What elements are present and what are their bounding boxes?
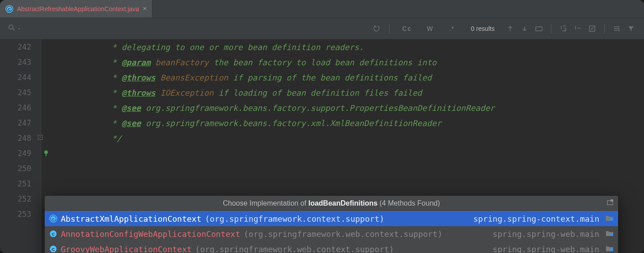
- prev-match-icon[interactable]: [506, 25, 514, 33]
- svg-rect-14: [610, 218, 613, 221]
- remove-selection-icon[interactable]: [574, 25, 582, 33]
- tab-bar: C AbstractRefreshableApplicationContext.…: [0, 0, 644, 18]
- code-line[interactable]: 247 * @see org.springframework.beans.fac…: [0, 115, 644, 131]
- search-history-dropdown-icon[interactable]: ▾: [18, 26, 20, 31]
- line-content: * @throws IOException if loading of bean…: [41, 88, 422, 97]
- search-input-box[interactable]: ▾: [4, 21, 366, 36]
- source-root-folder-icon: [606, 229, 614, 239]
- code-line[interactable]: 245 * @throws IOException if loading of …: [0, 85, 644, 100]
- find-options-group: Cc W .*: [369, 24, 464, 34]
- code-line[interactable]: 251: [0, 176, 644, 191]
- divider: [604, 24, 605, 34]
- popup-title-prefix: Choose Implementation of: [223, 199, 308, 207]
- implementation-class-name: AnnotationConfigWebApplicationContext: [61, 229, 240, 239]
- popup-title: Choose Implementation of loadBeanDefinit…: [45, 196, 618, 211]
- popup-title-count: (4 Methods Found): [377, 199, 440, 207]
- implementation-class-name: GroovyWebApplicationContext: [61, 245, 192, 253]
- source-root-folder-icon: [606, 245, 614, 253]
- line-number: 251: [0, 179, 41, 188]
- implementation-module: spring.spring-context.main: [473, 214, 599, 223]
- line-number: 250: [0, 164, 41, 173]
- select-all-icon[interactable]: [535, 25, 543, 33]
- implementation-chooser-popup: Choose Implementation of loadBeanDefinit…: [45, 196, 618, 253]
- line-content: * delegating to one or more bean definit…: [41, 42, 364, 52]
- svg-rect-20: [610, 249, 613, 251]
- svg-rect-7: [38, 135, 42, 140]
- next-match-icon[interactable]: [521, 25, 529, 33]
- regex-toggle[interactable]: .*: [445, 25, 459, 32]
- results-count: 0 results: [466, 25, 499, 32]
- line-content: * @throws BeansException if parsing of t…: [41, 73, 432, 82]
- source-root-folder-icon: [606, 214, 614, 223]
- line-content: * @see org.springframework.beans.factory…: [41, 118, 441, 128]
- code-line[interactable]: 243 * @param beanFactory the bean factor…: [0, 55, 644, 70]
- svg-point-3: [9, 25, 13, 29]
- implementation-option[interactable]: CGroovyWebApplicationContext (org.spring…: [45, 241, 618, 253]
- code-line[interactable]: 244 * @throws BeansException if parsing …: [0, 70, 644, 85]
- fold-up-icon[interactable]: [38, 135, 43, 142]
- code-line[interactable]: 249: [0, 146, 644, 161]
- svg-rect-5: [536, 27, 542, 31]
- close-tab-icon[interactable]: ✕: [143, 6, 147, 12]
- line-number: 242: [0, 42, 41, 51]
- implementation-class-name: AbstractXmlApplicationContext: [61, 214, 201, 223]
- implemented-method-gutter-icon[interactable]: [43, 149, 49, 158]
- prev-search-icon[interactable]: [373, 25, 381, 33]
- svg-text:C: C: [52, 247, 55, 252]
- code-line[interactable]: 246 * @see org.springframework.beans.fac…: [0, 100, 644, 115]
- line-number: 245: [0, 88, 41, 97]
- line-content: * @see org.springframework.beans.factory…: [41, 103, 495, 113]
- implementation-option[interactable]: CAbstractXmlApplicationContext (org.spri…: [45, 211, 618, 226]
- code-editor[interactable]: 242 * delegating to one or more bean def…: [0, 39, 644, 253]
- svg-rect-10: [610, 199, 613, 202]
- match-case-toggle[interactable]: Cc: [398, 25, 416, 32]
- search-icon: [8, 24, 15, 33]
- svg-text:C: C: [52, 232, 55, 236]
- implementation-option[interactable]: CAnnotationConfigWebApplicationContext (…: [45, 226, 618, 241]
- line-content: */: [41, 134, 122, 143]
- code-line[interactable]: 248 */: [0, 131, 644, 146]
- popup-title-method: loadBeanDefinitions: [308, 199, 377, 207]
- line-number: 249: [0, 149, 41, 158]
- pin-popup-icon[interactable]: [606, 199, 614, 208]
- implementation-package: (org.springframework.web.context.support…: [244, 229, 442, 239]
- find-toolbar: ▾ Cc W .* 0 results: [0, 18, 644, 39]
- implementation-package: (org.springframework.web.context.support…: [195, 245, 394, 253]
- settings-icon[interactable]: [613, 25, 621, 33]
- editor-tab[interactable]: C AbstractRefreshableApplicationContext.…: [0, 0, 153, 17]
- svg-text:C: C: [8, 7, 11, 11]
- line-number: 253: [0, 210, 41, 219]
- implementation-package: (org.springframework.context.support): [205, 214, 384, 223]
- line-number: 247: [0, 118, 41, 127]
- line-number: 243: [0, 58, 41, 67]
- implementation-module: spring.spring-web.main: [493, 229, 599, 239]
- line-number: 248: [0, 134, 41, 143]
- code-line[interactable]: 242 * delegating to one or more bean def…: [0, 39, 644, 55]
- class-icon: C: [49, 230, 57, 238]
- class-icon: C: [49, 245, 57, 253]
- class-target-icon: C: [49, 215, 57, 223]
- svg-rect-17: [610, 233, 613, 236]
- words-toggle[interactable]: W: [423, 25, 438, 32]
- divider: [389, 24, 390, 34]
- divider: [551, 24, 551, 34]
- line-number: 244: [0, 73, 41, 82]
- line-content: * @param beanFactory the bean factory to…: [41, 58, 436, 67]
- filter-icon[interactable]: [627, 25, 635, 33]
- implementation-module: spring.spring-web.main: [493, 245, 599, 253]
- svg-text:C: C: [52, 217, 55, 221]
- select-all-occurrences-icon[interactable]: [588, 25, 596, 33]
- ide-window: C AbstractRefreshableApplicationContext.…: [0, 0, 644, 253]
- tab-filename: AbstractRefreshableApplicationContext.ja…: [17, 5, 139, 13]
- line-number: 246: [0, 103, 41, 112]
- class-file-icon: C: [5, 5, 13, 13]
- add-selection-icon[interactable]: [559, 25, 568, 33]
- svg-line-4: [13, 29, 14, 30]
- find-nav-group: [502, 24, 640, 34]
- line-number: 252: [0, 194, 41, 203]
- svg-point-8: [44, 151, 48, 154]
- code-line[interactable]: 250: [0, 161, 644, 176]
